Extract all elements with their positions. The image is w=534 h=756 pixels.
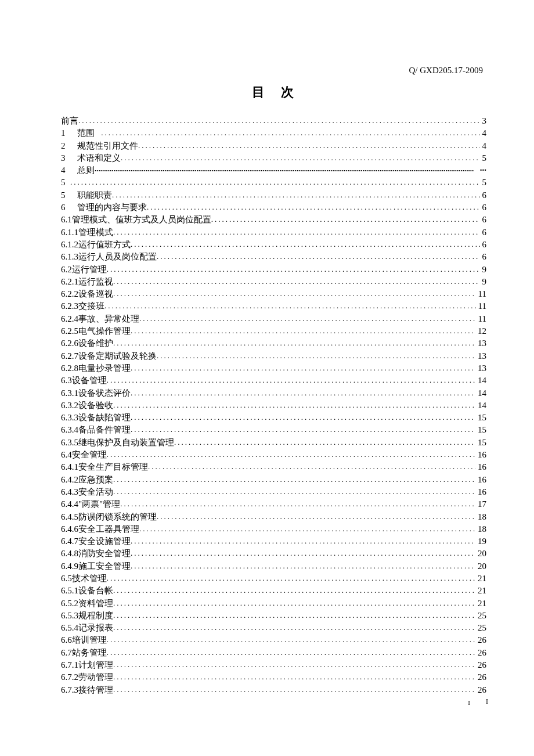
toc-number: 5: [61, 189, 77, 201]
toc-text: 设备台帐: [78, 585, 113, 596]
toc-text: 施工安全管理: [78, 560, 131, 572]
toc-number: 6.5: [61, 573, 72, 584]
toc-entry: 6.5.3 规程制度25: [61, 610, 486, 622]
toc-page: 4: [480, 127, 487, 139]
toc-number: 6.4.8: [61, 548, 78, 559]
toc-page: 13: [475, 337, 486, 349]
toc-page: 11: [476, 288, 486, 300]
toc-text: 总则: [77, 164, 95, 176]
toc-entry: 6.3.2 设备验收14: [61, 399, 486, 412]
toc-entry: 6.2.6 设备维护13: [61, 337, 486, 350]
toc-leader: [107, 634, 475, 646]
toc-text: 劳动管理: [78, 671, 113, 683]
toc-leader: [131, 535, 475, 547]
toc-page: 15: [475, 437, 486, 448]
toc-text: "两票"管理: [78, 498, 120, 510]
toc-page: 16: [475, 474, 486, 485]
toc-text: 设备验收: [78, 399, 113, 411]
toc-text: 事故、异常处理: [78, 313, 139, 325]
toc-page: 25: [475, 622, 486, 633]
toc-text: 计划管理: [78, 659, 113, 671]
toc-page: 14: [475, 375, 486, 386]
toc-text: 安全工器具管理: [78, 523, 139, 535]
toc-number: 6.2.7: [61, 350, 78, 362]
toc-number: 6.2.3: [61, 300, 78, 312]
toc-page: 18: [475, 523, 486, 535]
toc-leader: [120, 498, 475, 510]
toc-entry: 6.2.7 设备定期试验及轮换13: [61, 350, 486, 362]
toc-text: 设备巡视: [78, 288, 113, 300]
toc-leader: [113, 585, 475, 596]
toc-number: 6.2.8: [61, 362, 78, 374]
toc-leader: [131, 239, 480, 250]
toc-number: 6.4.9: [61, 560, 78, 572]
toc-entry: 6.4.6 安全工器具管理18: [61, 523, 486, 535]
toc-number: 6.7: [61, 647, 72, 658]
toc-number: 6.1.2: [61, 239, 78, 250]
toc-text: 安全管理: [72, 449, 107, 460]
toc-entry: 6.3.3 设备缺陷管理15: [61, 412, 486, 424]
toc-page: 21: [475, 573, 486, 584]
toc-entry: 6.5.2 资料管理21: [61, 597, 486, 610]
toc-entry: 3术语和定义5: [61, 152, 486, 164]
toc-text: 安全生产目标管理: [78, 461, 148, 473]
toc-text: 术语和定义: [77, 152, 121, 164]
toc-number: 6.1.1: [61, 226, 78, 238]
toc-page: 26: [475, 647, 486, 658]
toc-leader: [148, 461, 475, 473]
toc-number: 6.3.3: [61, 412, 78, 423]
toc-number: 6.4: [61, 449, 72, 460]
toc-page: 13: [475, 350, 486, 362]
toc-page: 6: [480, 214, 487, 225]
toc-entry: 5职能职责6: [61, 189, 486, 201]
toc-leader: [157, 511, 475, 523]
toc-number: 6.3.2: [61, 399, 78, 411]
toc-page: 16: [475, 486, 486, 498]
toc-number: 6.3.4: [61, 424, 78, 435]
toc-number: 5: [61, 177, 70, 188]
toc-entry: 6.4.4 "两票"管理17: [61, 498, 486, 510]
toc-leader: [113, 226, 480, 238]
toc-leader: [121, 152, 480, 164]
toc-entry: 6.3.1 设备状态评价14: [61, 387, 486, 399]
toc-text: 站务管理: [72, 647, 107, 658]
toc-number: 6.5.4: [61, 622, 78, 633]
toc-page: 15: [475, 412, 486, 423]
toc-page: 6: [480, 251, 487, 262]
toc-number: 2: [61, 140, 77, 152]
toc-leader: [139, 523, 475, 535]
toc-text: 运行值班方式: [78, 239, 131, 250]
toc-leader: [113, 486, 475, 498]
toc-leader: [113, 622, 475, 633]
toc-number: 6.5.2: [61, 597, 78, 609]
toc-page: 9: [480, 276, 487, 287]
toc-number: 3: [61, 152, 77, 164]
toc-leader: [174, 437, 475, 448]
toc-entry: 6.7 站务管理26: [61, 647, 486, 659]
toc-leader: [131, 362, 475, 374]
toc-leader: [113, 474, 475, 485]
toc-text: 安全活动: [78, 486, 113, 498]
toc-page: 13: [475, 362, 486, 374]
toc-number: 4: [61, 164, 77, 176]
toc-entry: 前言3: [61, 115, 486, 127]
toc-page: 20: [475, 560, 486, 572]
toc-entry: 6.7.2 劳动管理26: [61, 671, 486, 683]
toc-text: 设备管理: [72, 375, 107, 386]
toc-entry: 6.1.1 管理模式6: [61, 226, 486, 239]
toc-page: 15: [475, 424, 486, 435]
toc-number: 6.7.3: [61, 684, 78, 696]
toc-leader: [131, 424, 475, 435]
toc-leader: [112, 189, 480, 201]
toc-text: 范围: [77, 127, 95, 139]
toc-page: 4: [480, 140, 487, 152]
toc-page: 11: [476, 313, 486, 325]
toc-number: 6.3.5: [61, 437, 78, 448]
toc-entry: 55: [61, 177, 486, 189]
toc-entry: 6.2.8 电量抄录管理13: [61, 362, 486, 375]
toc-leader: [113, 684, 475, 696]
toc-leader: [147, 201, 480, 213]
toc-number: 6.2.1: [61, 276, 78, 287]
toc-leader: [104, 300, 476, 312]
toc-entry: 6.1.3 运行人员及岗位配置6: [61, 251, 486, 263]
